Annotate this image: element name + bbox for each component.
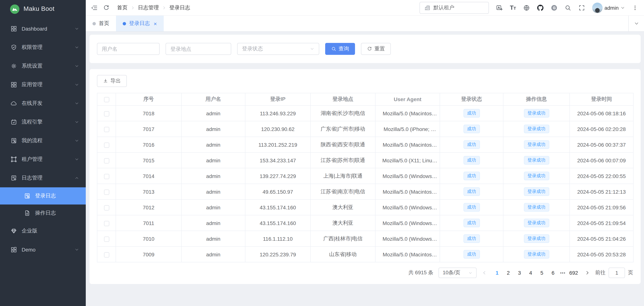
cell-seq: 7011 [116,215,182,231]
row-checkbox[interactable] [104,111,109,116]
row-checkbox[interactable] [104,236,109,242]
doc-icon [24,210,30,216]
goto-label: 前往 [595,269,606,276]
status-filter-select[interactable]: 登录状态 [237,43,319,55]
close-tab-icon[interactable]: × [154,20,157,27]
sidebar-item[interactable]: 在线开发 [0,94,86,113]
doc-user-icon [10,137,17,144]
sidebar-item[interactable]: 企业版 [0,222,86,240]
gitee-icon[interactable] [551,4,558,11]
row-checkbox[interactable] [104,221,109,226]
sidebar-item[interactable]: 系统设置 [0,57,86,75]
cell-username: admin [182,231,245,246]
cell-seq: 7013 [116,184,182,199]
page-size-select[interactable]: 10条/页 [438,267,476,278]
globe-icon[interactable] [523,4,530,11]
cell-login-time: 2024-05-05 22:00:55 [570,168,633,184]
sidebar-item[interactable]: Demo [0,240,86,259]
cloud-icon [10,100,17,107]
breadcrumb-log-management[interactable]: 日志管理 [138,4,159,11]
cell-seq: 7010 [116,231,182,246]
table-row: 7015 admin 153.34.233.147 江苏省|苏州市|联通 Moz… [97,152,633,168]
cell-username: admin [182,199,245,215]
select-all-checkbox[interactable] [104,97,109,102]
sidebar-item[interactable]: 我的流程 [0,131,86,150]
search-icon[interactable] [564,4,571,11]
sidebar-item[interactable]: 租户管理 [0,150,86,169]
cell-username: admin [182,246,245,262]
collapse-sidebar-icon[interactable] [91,4,98,11]
app-root: Maku Boot Dashboard 权限管理 系统设置 应用管理 在线开发 … [0,0,644,306]
export-button[interactable]: 导出 [97,75,127,87]
avatar[interactable] [592,3,602,13]
row-checkbox[interactable] [104,174,109,179]
chevron-up-icon [74,176,79,180]
cell-seq: 7014 [116,168,182,184]
cell-login-location: 陕西省|西安市|联通 [310,137,375,152]
cell-login-location: 广西|桂林市|电信 [310,231,375,246]
row-checkbox[interactable] [104,189,109,195]
status-tag: 成功 [463,203,480,212]
sidebar-item[interactable]: 操作日志 [0,204,86,222]
header-user-agent: User Agent [375,93,440,105]
more-pages-icon[interactable]: ••• [559,270,566,275]
reset-button[interactable]: 重置 [361,43,391,55]
row-checkbox[interactable] [104,142,109,148]
tab-login-log[interactable]: 登录日志 × [116,16,164,31]
app-title: Maku Boot [24,5,54,13]
calendar-check-icon [10,119,17,125]
sidebar-item[interactable]: Dashboard [0,20,86,38]
user-menu[interactable]: admin [592,3,625,13]
cell-seq: 7009 [116,246,182,262]
sidebar-item[interactable]: 流程引擎 [0,113,86,131]
next-page-icon[interactable] [585,270,590,275]
sidebar-item[interactable]: 登录日志 [0,187,86,204]
refresh-icon[interactable] [103,4,110,11]
pagination: 共 6915 条 10条/页 1 2 3 4 5 6 [97,267,633,278]
status-tag: 成功 [463,109,480,118]
operation-tag: 登录成功 [524,187,549,196]
page-number[interactable]: 1 [492,268,502,277]
sidebar-item[interactable]: 日志管理 [0,169,86,187]
page-number[interactable]: 5 [537,268,547,277]
table-row: 7011 admin 43.155.174.160 澳大利亚 Mozilla/5… [97,215,633,231]
search-button[interactable]: 查询 [325,43,355,55]
location-filter-input[interactable] [166,43,231,55]
cell-login-time: 2024-05-05 20:53:28 [570,246,633,262]
page-number[interactable]: 3 [514,268,524,277]
page-number[interactable]: 6 [548,268,558,277]
font-size-icon[interactable]: TT [510,5,516,11]
doc-user-icon [24,193,30,199]
page-number[interactable]: 4 [526,268,536,277]
page-number[interactable]: 2 [504,268,513,277]
tab-home[interactable]: 首页 [86,16,116,31]
breadcrumb-home[interactable]: 首页 [117,4,128,11]
header-username: 用户名 [182,93,245,105]
row-checkbox[interactable] [104,127,109,132]
fullscreen-icon[interactable] [578,4,585,11]
prev-page-icon[interactable] [482,270,487,275]
sidebar-item[interactable]: 权限管理 [0,38,86,57]
demo-grid-icon [10,246,17,253]
status-tag: 成功 [463,218,480,227]
goto-page-input[interactable] [608,267,625,278]
chevron-right-icon [130,6,135,10]
refresh-icon [367,46,372,52]
chevron-down-icon [74,101,79,106]
cell-login-ip: 153.34.233.147 [245,152,310,168]
cell-user-agent: Mozilla/5.0 (X11; Linu… [375,152,440,168]
page-number-last[interactable]: 692 [568,268,580,277]
tenant-select[interactable]: 默认租户 [420,2,489,14]
tab-dot [123,22,126,25]
tab-actions-dropdown[interactable] [628,16,644,31]
row-checkbox[interactable] [104,158,109,163]
translate-icon[interactable] [496,4,503,11]
cell-username: admin [182,137,245,152]
cell-user-agent: Mozilla/5.0 (iPhone; … [375,121,440,137]
username-filter-input[interactable] [97,43,160,55]
row-checkbox[interactable] [104,252,109,257]
github-icon[interactable] [537,4,544,11]
more-options-icon[interactable] [632,5,638,11]
sidebar-item[interactable]: 应用管理 [0,75,86,94]
row-checkbox[interactable] [104,205,109,210]
